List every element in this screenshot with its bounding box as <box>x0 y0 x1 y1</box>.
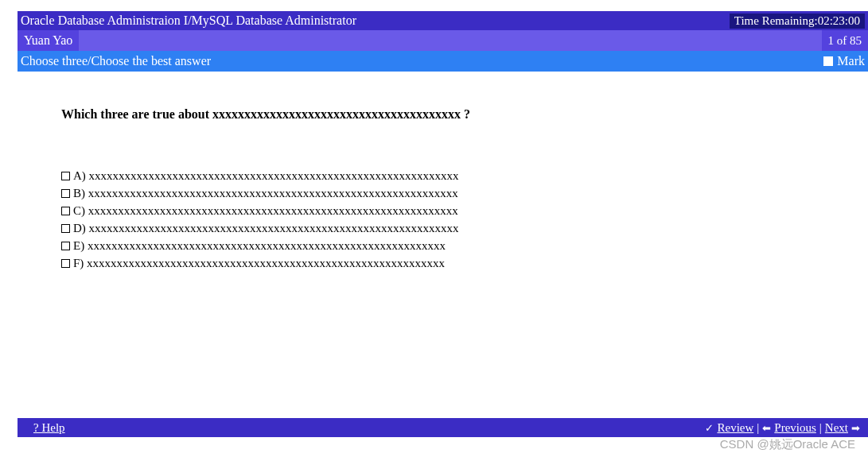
option-row: F) xxxxxxxxxxxxxxxxxxxxxxxxxxxxxxxxxxxxx… <box>61 257 824 270</box>
option-row: E) xxxxxxxxxxxxxxxxxxxxxxxxxxxxxxxxxxxxx… <box>61 239 824 253</box>
option-text: E) xxxxxxxxxxxxxxxxxxxxxxxxxxxxxxxxxxxxx… <box>73 239 446 253</box>
question-area: Which three are true about xxxxxxxxxxxxx… <box>18 72 868 418</box>
help-link[interactable]: ? Help <box>25 421 65 435</box>
mark-checkbox-icon[interactable] <box>823 56 833 66</box>
option-text: D) xxxxxxxxxxxxxxxxxxxxxxxxxxxxxxxxxxxxx… <box>73 222 459 235</box>
footer-nav: Review | Previous | Next <box>705 421 860 435</box>
footer-bar: ? Help Review | Previous | Next <box>18 418 868 437</box>
review-link[interactable]: Review <box>717 421 753 435</box>
candidate-bar: Yuan Yao 1 of 85 <box>18 30 868 51</box>
option-text: B) xxxxxxxxxxxxxxxxxxxxxxxxxxxxxxxxxxxxx… <box>73 187 458 200</box>
header-bar: Oracle Database Administraion I/MySQL Da… <box>18 11 868 30</box>
separator: | <box>819 421 822 435</box>
option-checkbox[interactable] <box>61 242 70 250</box>
option-text: A) xxxxxxxxxxxxxxxxxxxxxxxxxxxxxxxxxxxxx… <box>73 169 459 183</box>
time-value: 02:23:00 <box>818 14 860 27</box>
option-row: C) xxxxxxxxxxxxxxxxxxxxxxxxxxxxxxxxxxxxx… <box>61 204 824 218</box>
instruction-text: Choose three/Choose the best answer <box>21 54 211 68</box>
option-checkbox[interactable] <box>61 259 70 268</box>
mark-label: Mark <box>837 54 865 68</box>
option-checkbox[interactable] <box>61 189 70 198</box>
time-label: Time Remaining: <box>734 14 818 27</box>
mark-question[interactable]: Mark <box>823 54 865 68</box>
exam-container: Oracle Database Administraion I/MySQL Da… <box>18 11 868 437</box>
options-list: A) xxxxxxxxxxxxxxxxxxxxxxxxxxxxxxxxxxxxx… <box>61 169 824 270</box>
next-link[interactable]: Next <box>825 421 848 435</box>
arrow-left-icon <box>762 421 771 435</box>
option-row: A) xxxxxxxxxxxxxxxxxxxxxxxxxxxxxxxxxxxxx… <box>61 169 824 183</box>
option-row: B) xxxxxxxxxxxxxxxxxxxxxxxxxxxxxxxxxxxxx… <box>61 187 824 200</box>
question-progress: 1 of 85 <box>822 30 869 51</box>
question-text: Which three are true about xxxxxxxxxxxxx… <box>61 107 824 122</box>
option-checkbox[interactable] <box>61 172 70 180</box>
instruction-bar: Choose three/Choose the best answer Mark <box>18 51 868 72</box>
option-row: D) xxxxxxxxxxxxxxxxxxxxxxxxxxxxxxxxxxxxx… <box>61 222 824 235</box>
candidate-name: Yuan Yao <box>18 30 79 51</box>
check-icon <box>705 421 714 435</box>
separator: | <box>757 421 759 435</box>
option-text: C) xxxxxxxxxxxxxxxxxxxxxxxxxxxxxxxxxxxxx… <box>73 204 458 218</box>
watermark: CSDN @姚远Oracle ACE <box>720 437 855 452</box>
exam-title: Oracle Database Administraion I/MySQL Da… <box>21 14 356 28</box>
option-checkbox[interactable] <box>61 207 70 215</box>
arrow-right-icon <box>851 421 860 435</box>
option-checkbox[interactable] <box>61 224 70 233</box>
previous-link[interactable]: Previous <box>774 421 816 435</box>
time-remaining: Time Remaining:02:23:00 <box>730 14 865 29</box>
option-text: F) xxxxxxxxxxxxxxxxxxxxxxxxxxxxxxxxxxxxx… <box>73 257 445 270</box>
